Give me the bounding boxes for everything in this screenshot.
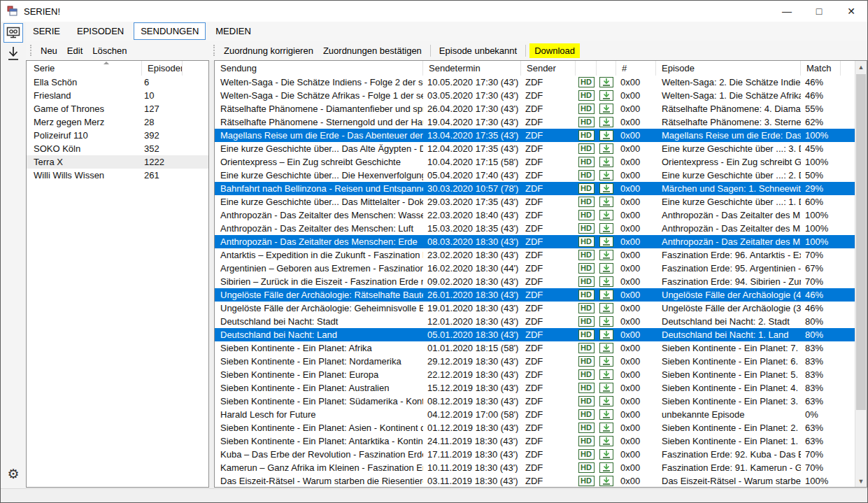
match-percent: 62%: [801, 115, 841, 129]
broadcast-row[interactable]: Ungelöste Fälle der Archäologie: Geheimn…: [215, 302, 855, 315]
broadcast-row[interactable]: Ungelöste Fälle der Archäologie: Rätselh…: [215, 288, 855, 302]
broadcast-row[interactable]: Sibirien – Zurück in die Eiszeit - Faszi…: [215, 275, 855, 288]
broadcast-row[interactable]: Sieben Kontinente - Ein Planet: Asien - …: [215, 421, 855, 434]
settings-button[interactable]: ⚙: [4, 465, 22, 483]
close-button[interactable]: ✕: [835, 1, 867, 22]
menu-item-episoden[interactable]: EPISODEN: [70, 22, 131, 40]
column-header-sender[interactable]: Sender: [521, 61, 576, 76]
download-status-icon: [599, 130, 613, 141]
scroll-down-icon[interactable]: ▼: [855, 475, 867, 487]
matched-episode: Rätselhafte Phänomene: 4. Diaman...: [656, 102, 801, 115]
broadcast-row[interactable]: Rätselhafte Phänomene - Diamantenfieber …: [215, 102, 855, 115]
broadcast-row[interactable]: Magellans Reise um die Erde - Das Abente…: [215, 129, 855, 142]
broadcast-title: Antarktis – Expedition in die Zukunft - …: [215, 248, 423, 262]
series-episode-count: 261: [142, 169, 183, 182]
match-percent: 63%: [801, 421, 841, 434]
toolbar-grip-icon[interactable]: [30, 45, 31, 56]
column-header-serie[interactable]: Serie: [27, 61, 142, 76]
match-percent: 70%: [801, 461, 841, 474]
broadcast-row[interactable]: Rätselhafte Phänomene - Sternengold und …: [215, 115, 855, 129]
matched-episode: Eine kurze Geschichte über ...: 1. D...: [656, 195, 801, 208]
minimize-button[interactable]: —: [771, 1, 803, 22]
menu-item-sendungen[interactable]: SENDUNGEN: [134, 22, 206, 40]
vertical-scrollbar[interactable]: ▲ ▼: [855, 61, 867, 487]
broadcast-row[interactable]: Sieben Kontinente - Ein Planet: Afrika 0…: [215, 341, 855, 355]
series-row[interactable]: Game of Thrones 127: [27, 102, 208, 115]
broadcast-row[interactable]: Sieben Kontinente - Ein Planet: Nordamer…: [215, 355, 855, 368]
download-status-icon: [599, 197, 613, 207]
match-percent: 70%: [801, 248, 841, 262]
download-view-button[interactable]: [3, 44, 23, 64]
broadcast-row[interactable]: Eine kurze Geschichte über... Das Mittel…: [215, 195, 855, 208]
broadcast-title: Sieben Kontinente - Ein Planet: Asien - …: [215, 421, 423, 434]
series-row[interactable]: Merz gegen Merz 28: [27, 115, 208, 129]
toolbar-button[interactable]: Löschen: [87, 43, 131, 58]
broadcast-sender: ZDF: [521, 155, 576, 169]
broadcast-date: 22.12.2019 18:30 (43'): [423, 368, 521, 381]
broadcast-sender: ZDF: [521, 222, 576, 235]
broadcast-row[interactable]: Kamerun – Ganz Afrika im Kleinen - Faszi…: [215, 461, 855, 474]
series-row[interactable]: Ella Schön 6: [27, 76, 208, 89]
column-header-episode[interactable]: Episode: [656, 61, 801, 76]
window-title: SERIEN!: [24, 6, 60, 17]
hd-badge: HD: [578, 343, 595, 353]
series-row[interactable]: Willi Wills Wissen 261: [27, 169, 208, 182]
match-percent: 70%: [801, 448, 841, 461]
menu-item-serie[interactable]: SERIE: [26, 22, 67, 40]
status-bar: [1, 488, 867, 502]
broadcast-date: 10.04.2020 17:15 (58'): [423, 155, 521, 169]
broadcast-row[interactable]: Sieben Kontinente - Ein Planet: Südameri…: [215, 395, 855, 408]
toolbar-button[interactable]: Zuordnungen bestätigen: [318, 43, 427, 58]
hd-badge: HD: [578, 303, 595, 313]
broadcast-title: Ungelöste Fälle der Archäologie: Geheimn…: [215, 302, 423, 315]
toolbar-grip-icon[interactable]: [213, 45, 215, 56]
column-header-match[interactable]: Match: [801, 61, 841, 76]
column-header-sendetermin[interactable]: Sendetermin: [423, 61, 521, 76]
scroll-up-icon[interactable]: ▲: [855, 61, 867, 73]
media-view-button[interactable]: [3, 23, 23, 43]
broadcast-row[interactable]: Sieben Kontinente - Ein Planet: Europa 2…: [215, 368, 855, 381]
toolbar-button[interactable]: Episode unbekannt: [434, 43, 522, 58]
broadcast-row[interactable]: Orientexpress – Ein Zug schreibt Geschic…: [215, 155, 855, 169]
toolbar-button[interactable]: Edit: [62, 43, 87, 58]
toolbar-button[interactable]: Neu: [36, 43, 62, 58]
series-row[interactable]: SOKO Köln 352: [27, 142, 208, 155]
broadcast-row[interactable]: Eine kurze Geschichte über... Die Hexenv…: [215, 169, 855, 182]
matched-episode: Faszination Erde: 92. Kuba - Das Er...: [656, 448, 801, 461]
broadcast-row[interactable]: Harald Lesch for Future 04.12.2019 17:00…: [215, 408, 855, 421]
column-header-episoden[interactable]: Episoden: [142, 61, 183, 76]
broadcast-row[interactable]: Welten-Saga - Die Schätze Indiens - Folg…: [215, 76, 855, 89]
broadcast-row[interactable]: Sieben Kontinente - Ein Planet: Antarkti…: [215, 434, 855, 448]
maximize-button[interactable]: □: [803, 1, 835, 22]
broadcast-row[interactable]: Eine kurze Geschichte über... Das Alte Ä…: [215, 142, 855, 155]
broadcast-row[interactable]: Welten-Saga - Die Schätze Afrikas - Folg…: [215, 89, 855, 102]
series-row[interactable]: Terra X 1222: [27, 155, 208, 169]
broadcast-number: 0x00: [616, 248, 656, 262]
column-header-sendung[interactable]: Sendung: [215, 61, 423, 76]
broadcast-number: 0x00: [616, 195, 656, 208]
toolbar-button[interactable]: Download: [529, 43, 580, 58]
column-header-download[interactable]: [597, 61, 616, 76]
broadcast-row[interactable]: Anthropozän - Das Zeitalter des Menschen…: [215, 235, 855, 248]
series-row[interactable]: Friesland 10: [27, 89, 208, 102]
broadcast-row[interactable]: Anthropozän - Das Zeitalter des Menschen…: [215, 208, 855, 222]
scrollbar-thumb[interactable]: [856, 74, 866, 410]
broadcast-row[interactable]: Deutschland bei Nacht: Land 05.01.2020 1…: [215, 328, 855, 341]
toolbar-button[interactable]: Zuordnung korrigieren: [219, 43, 318, 58]
broadcast-row[interactable]: Antarktis – Expedition in die Zukunft - …: [215, 248, 855, 262]
broadcast-row[interactable]: Deutschland bei Nacht: Stadt 12.01.2020 …: [215, 315, 855, 328]
broadcast-row[interactable]: Das Eiszeit-Rätsel - Warum starben die R…: [215, 474, 855, 488]
hd-badge: HD: [578, 170, 595, 180]
column-header-number[interactable]: #: [616, 61, 656, 76]
broadcast-row[interactable]: Bahnfahrt nach Bellinzona - Reisen und E…: [215, 182, 855, 195]
broadcast-row[interactable]: Anthropozän - Das Zeitalter des Menschen…: [215, 222, 855, 235]
broadcast-row[interactable]: Argentinien – Geboren aus Extremen - Fas…: [215, 262, 855, 275]
broadcast-row[interactable]: Kuba – Das Erbe der Revolution - Faszina…: [215, 448, 855, 461]
broadcast-row[interactable]: Sieben Kontinente - Ein Planet: Australi…: [215, 381, 855, 395]
broadcast-number: 0x00: [616, 142, 656, 155]
column-header-hd[interactable]: [576, 61, 597, 76]
broadcast-date: 10.11.2019 18:30 (43'): [423, 461, 521, 474]
series-row[interactable]: Polizeiruf 110 392: [27, 129, 208, 142]
broadcast-sender: ZDF: [521, 302, 576, 315]
menu-item-medien[interactable]: MEDIEN: [208, 22, 258, 40]
